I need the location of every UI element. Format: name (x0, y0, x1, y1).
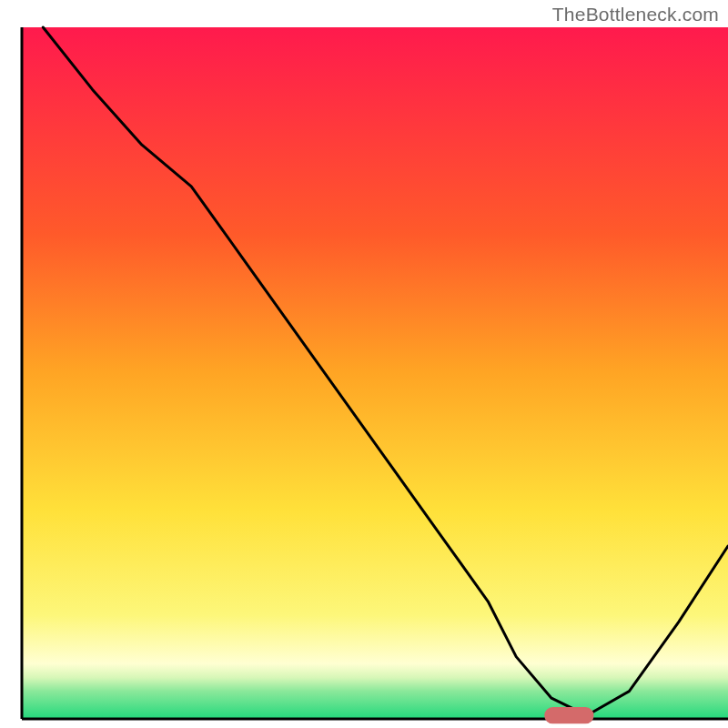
attribution-text: TheBottleneck.com (552, 4, 719, 25)
optimum-marker (544, 707, 593, 723)
bottleneck-chart (0, 0, 728, 728)
chart-container: { "attribution": "TheBottleneck.com", "c… (0, 0, 728, 728)
